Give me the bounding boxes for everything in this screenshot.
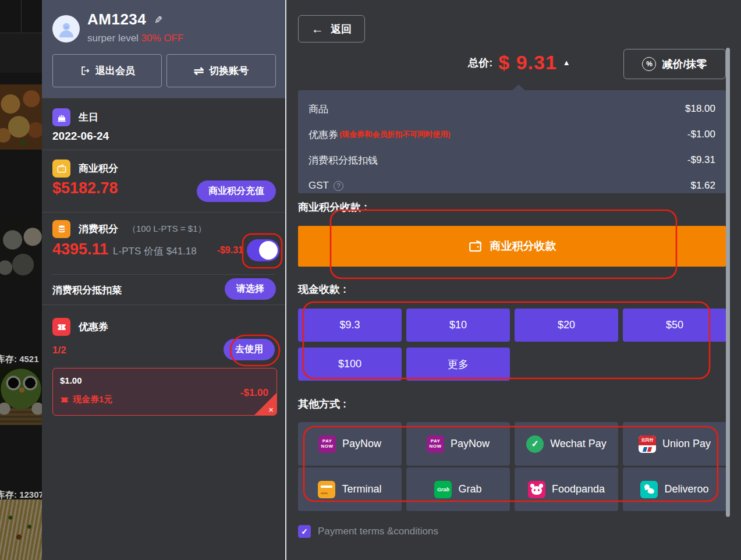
business-points-balance: $5182.78 <box>52 179 118 197</box>
business-collect-section-label: 商业积分收款 : <box>298 200 367 214</box>
payment-method-grab[interactable]: Grab Grab <box>406 467 510 511</box>
logout-icon <box>79 65 90 76</box>
discount-text: 30% OFF <box>141 33 184 44</box>
payment-method-terminal[interactable]: Terminal <box>298 467 402 511</box>
payment-method-wechat[interactable]: ✓ Wechat Pay <box>515 422 618 466</box>
avatar <box>52 15 80 42</box>
terms-checkbox[interactable]: ✓ <box>298 525 311 538</box>
stock-label: 库存: 4521 <box>0 354 47 365</box>
coupon-name: 现金券1元 <box>73 394 112 405</box>
business-points-collect-button[interactable]: 商业积分收款 <box>298 226 726 267</box>
menu-item-photo-plush <box>0 218 42 280</box>
gst-help-icon[interactable]: ? <box>334 181 343 191</box>
business-points-topup-button[interactable]: 商业积分充值 <box>197 180 276 202</box>
dish-deduct-label: 消费积分抵扣菜 <box>52 283 122 297</box>
points-worth-note: L-PTS 价值 $41.18 <box>113 244 197 258</box>
coupon-amount: $1.00 <box>60 375 82 385</box>
method-label: Terminal <box>342 483 381 495</box>
price-breakdown-panel: 商品 $18.00 优惠券 (现金券和会员折扣不可同时使用) -$1.00 消费… <box>298 90 726 193</box>
back-arrow-icon: ← <box>311 22 324 36</box>
business-collect-label: 商业积分收款 <box>490 239 556 254</box>
member-name: AM1234 <box>87 10 146 29</box>
panel-pointer <box>512 84 525 90</box>
payment-method-unionpay[interactable]: 云闪付 Union Pay <box>623 422 726 466</box>
coins-icon <box>52 220 70 238</box>
level-text: surper level <box>87 33 139 44</box>
total-label: 总价: <box>468 56 492 70</box>
wallet-collect-icon <box>468 239 483 254</box>
coupon-label: 优惠券 <box>79 320 108 334</box>
cash-section-label: 现金收款 : <box>298 282 346 296</box>
menu-item-photo-egg <box>0 84 42 150</box>
breakdown-row: 商品 $18.00 <box>298 98 726 119</box>
wechat-icon: ✓ <box>526 435 544 453</box>
method-label: Deliveroo <box>664 483 708 495</box>
background-menu-strip: 库存: 4521 库存: 12307 <box>0 0 42 560</box>
row-value: $18.00 <box>685 103 715 115</box>
cash-amount-button[interactable]: $20 <box>515 309 618 342</box>
cake-icon <box>52 108 70 126</box>
terms-row: ✓ Payment terms &conditions <box>298 525 438 538</box>
collapse-caret-icon[interactable]: ▲ <box>563 58 570 67</box>
remove-coupon-icon[interactable]: × <box>268 405 274 414</box>
switch-account-button[interactable]: ⇌ 切换账号 <box>166 54 276 87</box>
total-value: $ 9.31 <box>498 51 557 74</box>
cash-amount-button[interactable]: $50 <box>623 309 726 342</box>
coupon-name-row: 现金券1元 <box>60 394 112 405</box>
use-coupon-button[interactable]: 去使用 <box>224 339 275 360</box>
grid-line <box>21 0 22 33</box>
payment-method-foodpanda[interactable]: Foodpanda <box>515 467 618 511</box>
method-label: Union Pay <box>662 438 711 450</box>
percent-badge-icon: % <box>642 57 656 71</box>
member-level: surper level 30% OFF <box>87 33 183 44</box>
ticket-icon <box>52 318 70 336</box>
discount-btn-label: 减价/抹零 <box>662 57 707 71</box>
switch-label: 切换账号 <box>209 64 249 77</box>
row-label: GST <box>309 180 329 192</box>
back-button[interactable]: ← 返回 <box>298 15 365 42</box>
row-label: 消费积分抵扣钱 <box>309 154 378 167</box>
business-points-label: 商业积分 <box>79 162 118 175</box>
coupon-card[interactable]: $1.00 现金券1元 -$1.00 × <box>52 368 277 416</box>
edit-icon[interactable]: ✎ <box>154 14 162 26</box>
row-value: $1.62 <box>690 180 715 192</box>
payment-method-paynow[interactable]: PAY NOW PayNow <box>298 422 402 466</box>
cash-more-button[interactable]: 更多 <box>406 348 510 381</box>
pos-payment-screen: 库存: 4521 库存: 12307 AM1234 ✎ surper level… <box>0 0 741 560</box>
cash-amount-button[interactable]: $9.3 <box>298 309 402 342</box>
divider <box>52 274 275 275</box>
grab-icon: Grab <box>434 481 452 498</box>
menu-item-photo-owl <box>0 367 42 425</box>
menu-item-photo-noodles <box>0 499 42 560</box>
logout-member-button[interactable]: 退出会员 <box>52 54 162 87</box>
method-label: Grab <box>458 483 481 495</box>
scrollbar-thumb[interactable] <box>726 48 730 517</box>
person-icon <box>56 19 76 39</box>
cash-amount-button[interactable]: $100 <box>298 348 402 381</box>
method-label: PayNow <box>451 438 490 450</box>
choose-dish-button[interactable]: 请选择 <box>225 278 276 300</box>
business-points-section: 商业积分 $5182.78 商业积分充值 <box>42 150 285 212</box>
payment-method-deliveroo[interactable]: Deliveroo <box>623 467 726 511</box>
birthday-section: 生日 2022-06-24 <box>42 98 285 150</box>
method-label: Foodpanda <box>552 483 605 495</box>
ticket-icon <box>60 395 69 405</box>
consume-points-label: 消费积分 <box>79 222 118 236</box>
points-deduction-value: -$9.31 <box>217 245 243 256</box>
deliveroo-icon <box>640 481 658 498</box>
breakdown-row: 优惠券 (现金券和会员折扣不可同时使用) -$1.00 <box>298 124 726 145</box>
row-note: (现金券和会员折扣不可同时使用) <box>339 129 451 140</box>
row-value: -$1.00 <box>687 129 715 140</box>
row-value: -$9.31 <box>687 154 715 166</box>
terms-label: Payment terms &conditions <box>318 526 438 537</box>
cash-amount-button[interactable]: $10 <box>406 309 510 342</box>
row-label: 商品 <box>309 102 328 116</box>
points-deduction-toggle[interactable] <box>247 239 279 261</box>
paynow-icon: PAY NOW <box>318 435 336 453</box>
payment-method-paynow[interactable]: PAY NOW PayNow <box>406 422 510 466</box>
member-card: AM1234 ✎ surper level 30% OFF 退出会员 ⇌ 切换账… <box>42 0 285 98</box>
method-label: Wechat Pay <box>550 438 607 450</box>
discount-rounding-button[interactable]: % 减价/抹零 <box>623 49 726 79</box>
coupon-count: 1/2 <box>52 345 66 356</box>
birthday-label: 生日 <box>79 111 98 124</box>
